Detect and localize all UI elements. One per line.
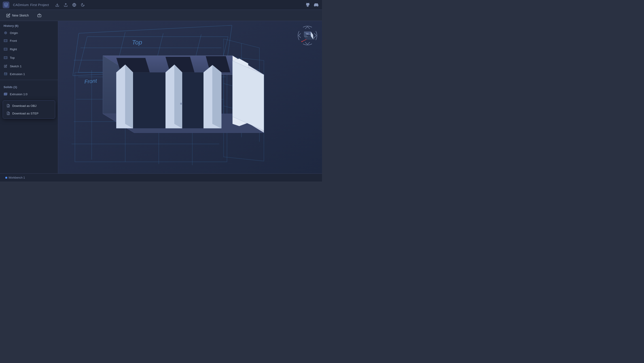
app-logo[interactable] bbox=[3, 1, 10, 8]
top-label: Top bbox=[10, 56, 46, 59]
svg-point-73 bbox=[180, 103, 182, 105]
svg-rect-14 bbox=[4, 48, 5, 50]
download-obj-button[interactable]: Download as OBJ bbox=[3, 102, 55, 109]
sidebar-item-origin[interactable]: Origin bbox=[0, 29, 58, 36]
svg-point-12 bbox=[50, 39, 52, 41]
workbench-icon-button[interactable] bbox=[35, 12, 44, 19]
download-step-label: Download as STEP bbox=[12, 112, 38, 115]
svg-marker-67 bbox=[174, 65, 182, 128]
viewport[interactable]: Top Front Right bbox=[58, 21, 322, 173]
download-icon[interactable] bbox=[54, 1, 60, 8]
app-name-cadmium: CADmium bbox=[13, 3, 28, 7]
workbench-status[interactable]: Workbench 1 bbox=[3, 175, 27, 180]
sketch-icon bbox=[4, 64, 8, 68]
right-plane-icon bbox=[4, 47, 8, 51]
svg-text:Right: Right bbox=[313, 37, 314, 39]
solids-section-title: Solids (1) bbox=[0, 82, 58, 90]
front-plane-icon bbox=[4, 39, 8, 43]
svg-rect-10 bbox=[4, 40, 5, 41]
globe-icon[interactable] bbox=[71, 1, 78, 8]
workbench-label: Workbench 1 bbox=[8, 176, 25, 179]
main-layout: History (6) Origin Front bbox=[0, 21, 322, 173]
app-project-name: First Project bbox=[30, 3, 49, 7]
sidebar-item-top[interactable]: Top bbox=[0, 53, 58, 62]
toolbar: New Sketch bbox=[0, 10, 322, 21]
github-icon[interactable] bbox=[304, 2, 311, 8]
sidebar: History (6) Origin Front bbox=[0, 21, 58, 173]
svg-text:Front: Front bbox=[304, 36, 308, 37]
svg-line-82 bbox=[302, 39, 306, 41]
sidebar-divider bbox=[0, 80, 58, 80]
download-obj-label: Download as OBJ bbox=[12, 104, 36, 107]
sidebar-item-right[interactable]: Right bbox=[0, 45, 58, 53]
svg-marker-72 bbox=[182, 72, 204, 128]
app-title: CADmium First Project bbox=[12, 3, 49, 7]
context-menu: Download as OBJ Download as STEP bbox=[3, 100, 55, 119]
svg-point-8 bbox=[5, 32, 6, 33]
svg-marker-65 bbox=[125, 65, 133, 128]
svg-rect-22 bbox=[4, 73, 7, 75]
svg-rect-15 bbox=[6, 48, 7, 50]
extrusion-icon bbox=[4, 72, 8, 76]
extrusion1-label: Extrusion 1 bbox=[10, 72, 54, 76]
sketch1-label: Sketch 1 bbox=[10, 65, 46, 68]
origin-icon bbox=[4, 31, 8, 35]
sidebar-item-extrusion1[interactable]: Extrusion 1 bbox=[0, 70, 58, 77]
svg-text:Front: Front bbox=[84, 77, 97, 85]
svg-rect-18 bbox=[4, 57, 5, 58]
svg-rect-11 bbox=[6, 40, 7, 41]
top-nav: CADmium First Project bbox=[0, 0, 322, 10]
right-label: Right bbox=[10, 48, 46, 51]
svg-marker-71 bbox=[133, 72, 166, 128]
status-bar: Workbench 1 bbox=[0, 173, 322, 181]
download-step-button[interactable]: Download as STEP bbox=[3, 109, 55, 117]
extrusion1-0-label: Extrusion 1:0 bbox=[10, 92, 54, 96]
solid-icon bbox=[4, 92, 8, 96]
svg-point-20 bbox=[50, 56, 52, 58]
svg-text:Top: Top bbox=[306, 33, 308, 35]
svg-rect-19 bbox=[6, 57, 7, 58]
sidebar-item-extrusion1-0[interactable]: Extrusion 1:0 bbox=[0, 90, 58, 98]
nav-right-icons bbox=[304, 2, 319, 8]
history-section-title: History (6) bbox=[0, 21, 58, 29]
svg-rect-23 bbox=[4, 93, 7, 95]
new-sketch-label: New Sketch bbox=[12, 14, 29, 17]
front-label: Front bbox=[10, 39, 46, 42]
svg-point-83 bbox=[302, 41, 302, 42]
status-dot bbox=[5, 177, 7, 179]
orientation-cube[interactable]: Top Front Right bbox=[298, 25, 318, 46]
sidebar-item-sketch1[interactable]: Sketch 1 bbox=[0, 62, 58, 70]
svg-text:Top: Top bbox=[132, 39, 142, 46]
upload-icon[interactable] bbox=[62, 1, 69, 8]
sidebar-item-front[interactable]: Front bbox=[0, 36, 58, 45]
nav-icons bbox=[54, 1, 86, 8]
svg-point-16 bbox=[50, 48, 52, 50]
top-plane-icon bbox=[4, 56, 8, 60]
discord-icon[interactable] bbox=[313, 2, 319, 8]
new-sketch-button[interactable]: New Sketch bbox=[4, 12, 32, 19]
origin-label: Origin bbox=[10, 31, 54, 35]
svg-marker-69 bbox=[212, 65, 222, 128]
moon-icon[interactable] bbox=[80, 1, 86, 8]
